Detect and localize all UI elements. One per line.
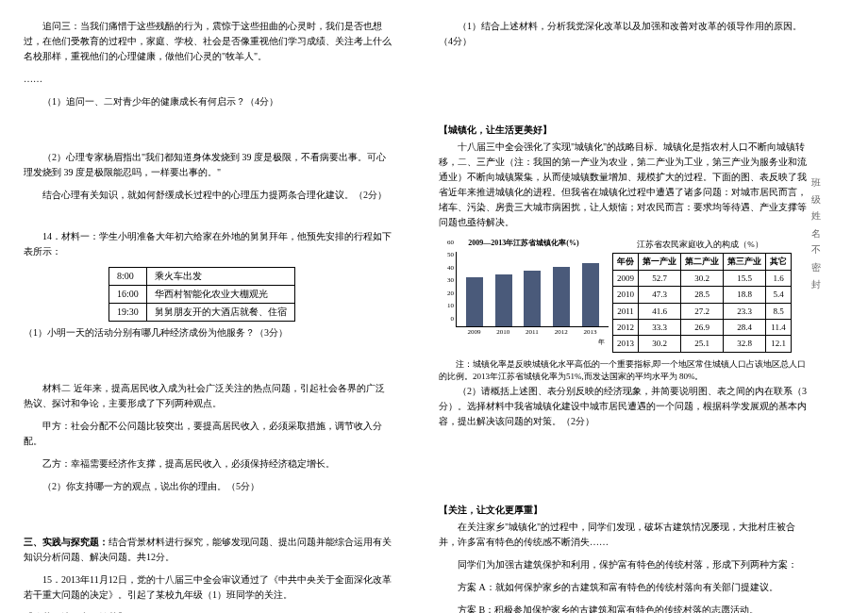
cell: 41.6: [639, 303, 681, 319]
culture-p2: 同学们为加强古建筑保护和利用，保护富有特色的传统村落，形成下列两种方案：: [439, 557, 807, 572]
chart-table-row: 2009—2013年江苏省城镇化率(%) 60 50 40 30 20 10 0…: [439, 238, 807, 353]
table-row: 201330.225.132.812.1: [613, 336, 792, 352]
q14-1: （1）小明一天的活动分别有哪几种经济成份为他服务？（3分）: [24, 325, 392, 340]
culture-p1: 在关注家乡"城镇化"的过程中，同学们发现，破坏古建筑情况屡现，大批村庄被合并，许…: [439, 520, 807, 550]
th: 第一产业: [639, 254, 681, 270]
plan-b: 方案 B：积极参加保护家乡的古建筑和富有特色的传统村落的志愿活动。: [439, 603, 807, 613]
y-axis-labels: 60 50 40 30 20 10 0: [439, 238, 454, 324]
xtick: 2010: [496, 327, 509, 338]
q1: （1）追问一、二对青少年的健康成长有何启示？（4分）: [24, 94, 392, 109]
th: 第二产业: [681, 254, 724, 270]
urban-p1: 十八届三中全会强化了实现"城镇化"的战略目标。城镇化是指农村人口不断向城镇转移，…: [439, 140, 807, 230]
table-row: 年份 第一产业 第二产业 第三产业 其它: [613, 254, 792, 270]
table-row: 201141.627.223.38.5: [613, 303, 792, 319]
bar-chart: 2009—2013年江苏省城镇化率(%) 60 50 40 30 20 10 0…: [439, 238, 609, 341]
table-row: 201047.328.518.85.4: [613, 287, 792, 303]
ellipsis: ……: [24, 72, 392, 87]
xtick: 2009: [467, 327, 480, 338]
bar-2011: [524, 271, 541, 326]
th: 其它: [766, 254, 792, 270]
xtick: 2011: [526, 327, 539, 338]
cell: 27.2: [681, 303, 724, 319]
cell: 乘火车出发: [146, 268, 294, 286]
cell: 舅舅朋友开的大酒店就餐、住宿: [146, 304, 294, 322]
item14: 14．材料一：学生小明准备大年初六给家在外地的舅舅拜年，他预先安排的行程如下表所…: [24, 229, 392, 259]
cell: 52.7: [639, 270, 681, 286]
cell: 2013: [613, 336, 639, 352]
cell: 8.5: [766, 303, 792, 319]
cell: 2010: [613, 287, 639, 303]
ytick: 20: [439, 289, 454, 299]
cell: 12.1: [766, 336, 792, 352]
x-axis-title: 年: [456, 338, 609, 348]
ytick: 30: [439, 275, 454, 286]
table-row: 200952.730.215.51.6: [613, 270, 792, 286]
ytick: 0: [439, 314, 454, 324]
cell: 18.8: [724, 287, 766, 303]
bar-2012: [553, 267, 570, 326]
q15-1: （1）结合上述材料，分析我党深化改革以及加强和改善对改革的领导作用的原因。（4分…: [439, 19, 807, 49]
table-row: 8:00乘火车出发: [109, 268, 295, 286]
jia: 甲方：社会分配不公问题比较突出，要提高居民收入，必须采取措施，调节收入分配。: [24, 419, 392, 449]
urban-head: 【城镇化，让生活更美好】: [439, 123, 807, 138]
cell: 28.4: [724, 319, 766, 335]
ytick: 50: [439, 250, 454, 260]
table-row: 16:00华西村智能化农业大棚观光: [109, 286, 295, 304]
chart-area: [456, 252, 609, 327]
ytick: 10: [439, 301, 454, 311]
data-table-title: 江苏省农民家庭收入的构成（%）: [609, 238, 792, 251]
bar-2013: [582, 263, 599, 326]
cell: 28.5: [681, 287, 724, 303]
cell: 2009: [613, 270, 639, 286]
th: 第三产业: [724, 254, 766, 270]
item15: 15．2013年11月12日，党的十八届三中全会审议通过了《中共中央关于全面深化…: [24, 572, 392, 603]
cell: 1.6: [766, 270, 792, 286]
cell: 5.4: [766, 287, 792, 303]
xtick: 2012: [555, 327, 568, 338]
x-axis-labels: 2009 2010 2011 2012 2013: [456, 327, 609, 338]
cell: 16:00: [109, 286, 147, 304]
table-row: 201233.326.928.411.4: [613, 319, 792, 335]
section3-title: 三、实践与探究题：: [24, 537, 108, 547]
cell: 33.3: [639, 319, 681, 335]
cell: 19:30: [109, 304, 147, 322]
ytick: 40: [439, 263, 454, 273]
q2a: （2）心理专家杨眉指出"我们都知道身体发烧到 39 度是极限，不看病要出事。可心…: [24, 150, 392, 180]
culture-head: 【关注，让文化更厚重】: [439, 503, 807, 518]
table-row: 19:30舅舅朋友开的大酒店就餐、住宿: [109, 304, 295, 322]
bar-2009: [466, 277, 483, 326]
q15-2: （2）请概括上述图、表分别反映的经济现象，并简要说明图、表之间的内在联系（3分）…: [439, 384, 807, 429]
th: 年份: [613, 254, 639, 270]
cell: 华西村智能化农业大棚观光: [146, 286, 294, 304]
q2b: 结合心理有关知识，就如何舒缓成长过程中的心理压力提两条合理化建议。（2分）: [24, 188, 392, 203]
cell: 2012: [613, 319, 639, 335]
right-page: （1）结合上述材料，分析我党深化改革以及加强和改善对改革的领导作用的原因。（4分…: [415, 0, 830, 613]
cell: 47.3: [639, 287, 681, 303]
yi: 乙方：幸福需要经济作支撑，提高居民收入，必须保持经济稳定增长。: [24, 456, 392, 472]
bar-2010: [495, 274, 512, 326]
schedule-table: 8:00乘火车出发 16:00华西村智能化农业大棚观光 19:30舅舅朋友开的大…: [108, 267, 295, 322]
section3: 三、实践与探究题：结合背景材料进行探究，能够发现问题、提出问题并能综合运用有关知…: [24, 535, 392, 565]
cell: 30.2: [639, 336, 681, 352]
cell: 2011: [613, 303, 639, 319]
chart-note: 注：城镇化率是反映城镇化水平高低的一个重要指标,即一个地区常住城镇人口占该地区总…: [439, 358, 807, 384]
xtick: 2013: [584, 327, 597, 338]
cell: 15.5: [724, 270, 766, 286]
plan-a: 方案 A：就如何保护家乡的古建筑和富有特色的传统村落向有关部门提建议。: [439, 580, 807, 595]
left-page: 追问三：当我们痛惜于这些残酷的行为，震惊于这些扭曲的心灵时，我们是否也想过，在他…: [0, 0, 415, 613]
binding-side-text: 班级姓名不密封: [808, 170, 823, 289]
cell: 26.9: [681, 319, 724, 335]
income-table: 年份 第一产业 第二产业 第三产业 其它 200952.730.215.51.6…: [612, 253, 792, 352]
cell: 30.2: [681, 270, 724, 286]
cell: 11.4: [766, 319, 792, 335]
mat2: 材料二 近年来，提高居民收入成为社会广泛关注的热点问题，引起社会各界的广泛热议、…: [24, 381, 392, 411]
cell: 23.3: [724, 303, 766, 319]
cell: 25.1: [681, 336, 724, 352]
zw3-para: 追问三：当我们痛惜于这些残酷的行为，震惊于这些扭曲的心灵时，我们是否也想过，在他…: [24, 19, 392, 64]
zw3-label: 追问三：: [42, 21, 80, 31]
chart-title: 2009—2013年江苏省城镇化率(%): [439, 238, 609, 250]
cell: 8:00: [109, 268, 147, 286]
data-table-wrap: 江苏省农民家庭收入的构成（%） 年份 第一产业 第二产业 第三产业 其它 200…: [609, 238, 792, 353]
ytick: 60: [439, 238, 454, 248]
q14-2: （2）你支持哪一方的观点，说出你的理由。（5分）: [24, 479, 392, 494]
